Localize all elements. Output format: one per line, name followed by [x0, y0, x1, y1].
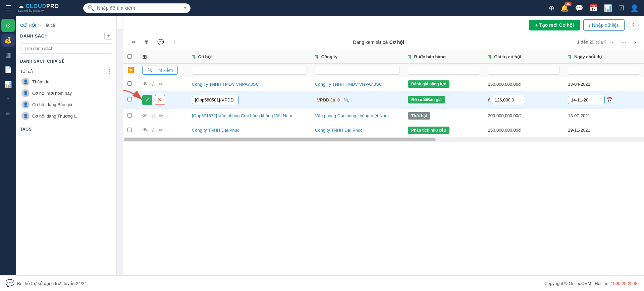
- row3-checkbox[interactable]: [127, 113, 132, 118]
- table-wrapper: ⊞ ⇅ Cơ hội ⇅ Công ty ⇅ Bước bán hàng: [123, 50, 644, 275]
- row2-confirm-button[interactable]: ✓: [142, 95, 152, 105]
- calendar-icon[interactable]: 📅: [589, 4, 598, 12]
- toolbar-status-text: Đang xem tất cả Cơ hội: [183, 40, 574, 45]
- row1-cong-ty-link[interactable]: Công Ty TNHH TMDV VNPAY.JSC: [315, 82, 382, 87]
- sidebar-icon-document[interactable]: 📄: [1, 63, 15, 76]
- row3-ngay-chot-value: 13-07-2021: [568, 113, 590, 118]
- row2-company-tag-label: VPĐD Ja: [317, 97, 335, 102]
- row2-calendar-icon[interactable]: 📅: [606, 97, 613, 103]
- search-input[interactable]: [97, 5, 181, 11]
- row1-buoc-badge: Đánh giá năng lực: [408, 80, 449, 88]
- list-item-cohoimoi-label: Cơ hội mới hôm nay: [32, 91, 72, 96]
- sidebar-icon-upload[interactable]: ↑: [1, 92, 15, 106]
- list-item-thamdo[interactable]: 👤 Thăm dò: [20, 76, 112, 87]
- row1-checkbox[interactable]: [127, 81, 132, 86]
- hamburger-icon[interactable]: ☰: [5, 4, 11, 12]
- comment-toolbar-button[interactable]: 💬: [155, 37, 167, 47]
- search-danh-sach-input[interactable]: [20, 43, 112, 54]
- checkbox-icon[interactable]: ☑: [618, 4, 624, 12]
- row2-checkbox[interactable]: [127, 97, 132, 101]
- row4-more-icon[interactable]: ⋮: [166, 127, 172, 133]
- row1-more-icon[interactable]: ⋮: [166, 81, 172, 87]
- chart-icon[interactable]: 📊: [604, 4, 612, 12]
- row2-ngay-chot-input[interactable]: [568, 96, 605, 104]
- pagination-text: 1 đến 20 của ?: [577, 40, 606, 45]
- hotline-link[interactable]: 1900 29 29 90: [611, 281, 639, 286]
- horizontal-scrollbar[interactable]: [123, 138, 644, 142]
- row2-search-company-icon[interactable]: 🔍: [344, 97, 349, 102]
- search-bar[interactable]: 🔍 ▾: [83, 3, 191, 13]
- create-cohoi-button[interactable]: + Tạo mới Cơ hội: [529, 20, 580, 30]
- search-cong-ty-input[interactable]: [315, 66, 400, 75]
- row4-edit-icon[interactable]: ✏: [159, 127, 163, 133]
- row4-actions-cell: 👁 ☆ ✏ ⋮: [138, 123, 188, 137]
- import-data-button[interactable]: ↓ Nhập dữ liệu: [583, 19, 625, 31]
- sidebar-icon-home[interactable]: ⊙: [1, 19, 15, 32]
- row2-company-tag-close[interactable]: ⊗: [336, 97, 340, 102]
- row4-star-icon[interactable]: ☆: [151, 127, 156, 133]
- th-cong-ty[interactable]: ⇅ Công ty: [311, 50, 404, 64]
- row2-gia-tri-input[interactable]: [492, 96, 525, 104]
- list-item-thuonglg[interactable]: 👤 Cơ hội đang Thương l...: [20, 110, 112, 122]
- row3-edit-icon[interactable]: ✏: [159, 113, 163, 119]
- th-ngay-chot[interactable]: ⇅ Ngày chốt dự: [564, 50, 644, 64]
- row3-cong-ty-link[interactable]: Văn phòng Cục hàng không Việt Nam: [315, 113, 389, 118]
- more-pages-button[interactable]: ···: [619, 37, 629, 47]
- row3-actions-cell: 👁 ☆ ✏ ⋮: [138, 108, 188, 123]
- search-icon: 🔍: [88, 5, 94, 11]
- row1-edit-icon[interactable]: ✏: [159, 81, 163, 87]
- row4-checkbox[interactable]: [127, 128, 132, 132]
- sidebar-icon-money[interactable]: 💰: [1, 33, 15, 47]
- th-co-hoi[interactable]: ⇅ Cơ hội: [188, 50, 311, 64]
- sidebar-icon-chart[interactable]: 📊: [1, 78, 15, 91]
- search-buoc-input[interactable]: [408, 66, 480, 75]
- row2-actions-cell: ✓ ✕: [138, 91, 188, 109]
- row3-star-icon[interactable]: ☆: [151, 113, 156, 119]
- columns-icon[interactable]: ⊞: [142, 54, 147, 60]
- search-co-hoi-input[interactable]: [192, 66, 307, 75]
- breadcrumb-parent[interactable]: CƠ HỘI: [20, 23, 36, 28]
- sidebar-icon-grid[interactable]: ▦: [1, 48, 15, 62]
- search-gia-tri-input[interactable]: [488, 66, 560, 75]
- edit-toolbar-button[interactable]: ✏: [129, 37, 139, 47]
- add-danh-sach-button[interactable]: +: [104, 32, 112, 40]
- search-filter-button[interactable]: 🔍 Tìm kiếm: [142, 66, 178, 75]
- row1-co-hoi-link[interactable]: Công Ty TNHH TMDV VNPAY.JSC: [192, 82, 259, 87]
- prev-page-button[interactable]: ‹: [609, 38, 616, 47]
- list-item-cohoimoi[interactable]: 👤 Cơ hội mới hôm nay: [20, 87, 112, 99]
- row3-more-icon[interactable]: ⋮: [166, 113, 172, 119]
- next-page-button[interactable]: ›: [632, 38, 639, 47]
- th-gia-tri[interactable]: ⇅ Giá trị cơ hội: [484, 50, 564, 64]
- sidebar-icon-edit[interactable]: ✏: [1, 107, 15, 121]
- row4-view-icon[interactable]: 👁: [142, 127, 148, 133]
- add-icon[interactable]: ⊕: [549, 4, 554, 12]
- bell-icon[interactable]: 🔔 36: [560, 4, 569, 12]
- list-item-baogiacoho[interactable]: 👤 Cơ hội đang Báo giá: [20, 99, 112, 110]
- row4-cong-ty-link[interactable]: Công ty TNHH Đại Phúc: [315, 128, 362, 133]
- sort-ngay-chot-icon: ⇅: [568, 54, 572, 59]
- filter-icon: 🔽: [127, 67, 134, 73]
- row1-view-icon[interactable]: 👁: [142, 81, 148, 87]
- delete-toolbar-button[interactable]: 🗑: [141, 37, 152, 47]
- row1-star-icon[interactable]: ☆: [151, 81, 156, 87]
- row2-cancel-button[interactable]: ✕: [155, 95, 165, 105]
- row4-buoc-cell: Phân tích nhu cầu: [404, 123, 484, 137]
- select-all-checkbox[interactable]: [127, 54, 132, 59]
- help-button[interactable]: ?: [628, 20, 639, 30]
- collapse-panel-button[interactable]: ‹: [117, 16, 123, 29]
- shared-item-tatca[interactable]: Tất cả ⋮: [20, 67, 112, 76]
- th-buoc-ban-hang[interactable]: ⇅ Bước bán hàng: [404, 50, 484, 64]
- user-icon[interactable]: 👤: [630, 4, 639, 12]
- more-toolbar-button[interactable]: ⋮: [169, 37, 180, 47]
- chat-icon[interactable]: 💬: [575, 4, 583, 12]
- scrollbar-thumb[interactable]: [124, 138, 436, 141]
- row2-co-hoi-cell: [188, 91, 311, 109]
- row3-view-icon[interactable]: 👁: [142, 113, 148, 119]
- th-cong-ty-label: Công ty: [321, 54, 337, 59]
- shared-item-tatca-menu-icon[interactable]: ⋮: [107, 68, 112, 75]
- row3-co-hoi-link[interactable]: [Opp571572]-Văn phòng Cục hàng không Việ…: [192, 113, 292, 118]
- search-btn-icon: 🔍: [147, 68, 153, 73]
- row2-co-hoi-input[interactable]: [192, 96, 239, 104]
- row4-co-hoi-link[interactable]: Công ty TNHH Đại Phúc: [192, 128, 239, 133]
- search-ngay-chot-input[interactable]: [568, 66, 640, 75]
